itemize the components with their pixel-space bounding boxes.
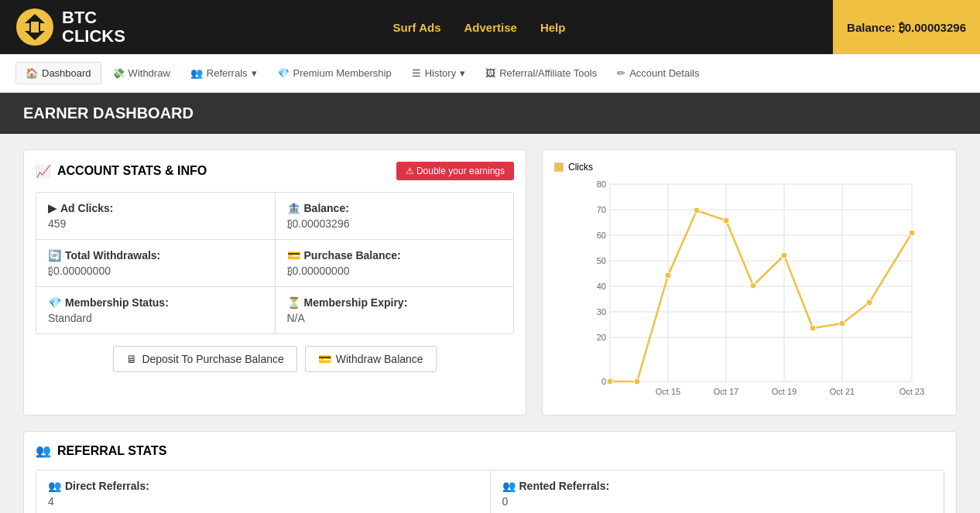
trending-icon: 📈 [36,164,51,179]
chart-area: Clicks 80 70 [542,149,957,416]
dashboard-header: EARNER DASHBOARD [0,93,980,134]
svg-rect-2 [31,22,39,32]
logo-text: BTC CLICKS [62,9,125,46]
rented-ref-icon: 👥 [502,480,516,492]
svg-point-40 [909,230,915,236]
card-title: 📈 ACCOUNT STATS & INFO ⚠ Double your ear… [36,162,514,180]
balance-badge: Balance: ₿0.00003296 [833,0,980,54]
referral-row: 👥 Direct Referrals: 4 👥 Rented Referrals… [36,470,944,513]
stats-cell-membership-expiry: ⏳ Membership Expiry: N/A [276,287,514,333]
deposit-icon: 🖥 [126,353,137,365]
referral-grid: 👥 Direct Referrals: 4 👥 Rented Referrals… [36,470,944,513]
referrals-dropdown-icon: ▾ [252,67,257,79]
direct-referrals-cell: 👥 Direct Referrals: 4 [36,470,491,513]
clicks-chart: 80 70 60 50 40 30 20 0 Oct 15 Oct 17 Oct… [554,176,944,401]
referral-stats-card: 👥 REFERRAL STATS 👥 Direct Referrals: 4 👥… [23,431,957,513]
nav-account-details[interactable]: ✏ Account Details [608,63,708,84]
gem-icon: 💎 [48,296,61,309]
card-actions: 🖥 Deposit To Purchase Balance 💳 Withdraw… [36,346,514,372]
stats-row-2: 🔄 Total Withdrawals: ₿0.00000000 💳 Purch… [36,240,513,287]
svg-point-35 [750,282,756,289]
navbar: 🏠 Dashboard 💸 Withdraw 👥 Referrals ▾ 💎 P… [0,54,980,93]
history-dropdown-icon: ▾ [460,67,465,79]
referral-title: 👥 REFERRAL STATS [36,443,944,458]
stats-grid: ▶ Ad Clicks: 459 🏦 Balance: ₿0.00003296 [36,192,514,334]
account-icon: ✏ [617,67,625,79]
svg-point-37 [810,325,816,331]
withdraw-button[interactable]: 💳 Withdraw Balance [305,346,437,372]
svg-point-32 [665,272,671,279]
surf-ads-link[interactable]: Surf Ads [393,21,441,34]
header-nav: Surf Ads Advertise Help [393,21,566,34]
history-icon: ☰ [412,67,421,79]
stats-cell-ad-clicks: ▶ Ad Clicks: 459 [36,193,276,239]
referrals-icon: 👥 [190,67,203,79]
nav-referrals[interactable]: 👥 Referrals ▾ [181,63,266,84]
svg-point-39 [866,299,872,306]
svg-text:0: 0 [601,377,606,386]
svg-text:Oct 19: Oct 19 [772,387,797,396]
nav-withdraw[interactable]: 💸 Withdraw [103,63,180,84]
tools-icon: 🖼 [485,67,495,79]
diamond-icon: 💎 [277,67,290,79]
withdraw-icon: 💸 [112,67,125,79]
double-earnings-button[interactable]: ⚠ Double your earnings [396,162,514,180]
timer-icon: ⏳ [287,296,300,309]
help-link[interactable]: Help [540,21,566,34]
stats-cell-purchase-balance: 💳 Purchase Balance: ₿0.00000000 [276,240,514,286]
deposit-button[interactable]: 🖥 Deposit To Purchase Balance [113,346,296,372]
stats-row-3: 💎 Membership Status: Standard ⏳ Membersh… [36,287,513,333]
svg-text:Oct 21: Oct 21 [830,387,855,396]
stats-cell-withdrawals: 🔄 Total Withdrawals: ₿0.00000000 [36,240,276,286]
svg-text:20: 20 [597,333,606,342]
svg-point-36 [781,252,787,258]
advertise-link[interactable]: Advertise [464,21,517,34]
main-content: EARNER DASHBOARD 📈 ACCOUNT STATS & INFO … [0,93,980,513]
svg-point-30 [607,378,613,385]
svg-text:70: 70 [597,205,606,214]
svg-text:Oct 17: Oct 17 [714,387,738,396]
legend-dot [554,162,564,172]
stats-cell-balance: 🏦 Balance: ₿0.00003296 [276,193,514,239]
dashboard-icon: 🏠 [26,67,38,79]
cursor-icon: ▶ [48,202,57,214]
btc-logo-icon [15,8,54,46]
nav-dashboard[interactable]: 🏠 Dashboard [15,62,101,84]
withdraw-btn-icon: 💳 [318,353,331,365]
nav-premium[interactable]: 💎 Premium Membership [268,63,401,84]
bank-icon: 🏦 [287,202,300,214]
referral-title-icon: 👥 [36,443,51,458]
history2-icon: 🔄 [48,249,61,262]
svg-point-31 [634,378,640,385]
svg-text:30: 30 [597,307,606,316]
direct-ref-icon: 👥 [48,480,61,492]
svg-text:40: 40 [597,282,606,291]
logo-area: BTC CLICKS [15,8,125,46]
svg-point-34 [723,217,729,224]
svg-text:Oct 23: Oct 23 [899,387,924,396]
stats-row-1: ▶ Ad Clicks: 459 🏦 Balance: ₿0.00003296 [36,193,513,240]
svg-text:50: 50 [597,256,606,265]
dashboard-body: 📈 ACCOUNT STATS & INFO ⚠ Double your ear… [0,134,980,431]
stats-cell-membership-status: 💎 Membership Status: Standard [36,287,276,333]
card-title-text: 📈 ACCOUNT STATS & INFO [36,164,207,179]
nav-affiliate-tools[interactable]: 🖼 Referral/Affiliate Tools [476,63,606,84]
header: BTC CLICKS Surf Ads Advertise Help Balan… [0,0,980,54]
nav-history[interactable]: ☰ History ▾ [403,63,475,84]
svg-text:Oct 15: Oct 15 [656,387,680,396]
svg-point-38 [839,320,845,327]
card-icon: 💳 [287,249,300,262]
svg-text:60: 60 [597,231,606,240]
rented-referrals-cell: 👥 Rented Referrals: 0 [491,470,944,513]
chart-legend: Clicks [554,162,944,173]
svg-text:80: 80 [597,180,606,189]
account-stats-card: 📈 ACCOUNT STATS & INFO ⚠ Double your ear… [23,149,526,416]
svg-point-33 [694,207,700,214]
